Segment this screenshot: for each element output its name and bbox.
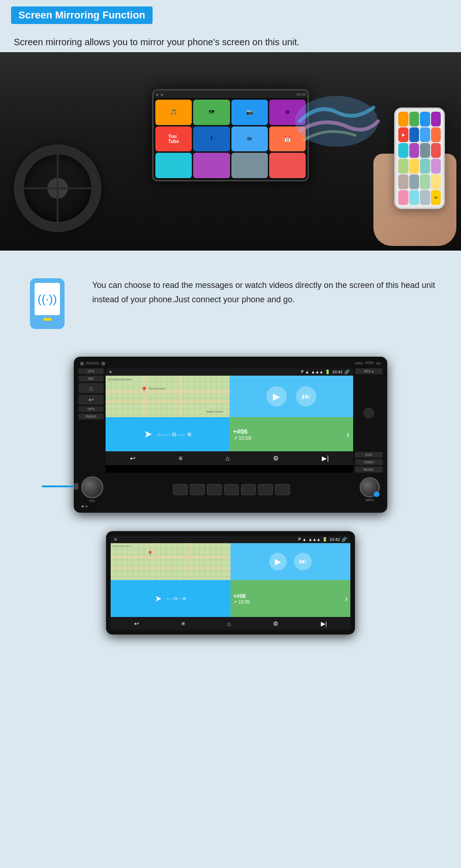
phone-app-13: [409, 159, 420, 174]
feature-text: You can choose to read the messages or w…: [92, 274, 447, 306]
steering-wheel-area: [14, 144, 101, 232]
link-icon: 🔗: [344, 370, 349, 374]
app-grid: 🎵 🗺 📷 ⚙ YouTube f ✉ 📅: [154, 98, 307, 180]
small-map-label-1: WuHing General Store: [112, 545, 131, 547]
phone-app-5: [409, 127, 420, 142]
status-right-icons: Ᵽ ▲ ▲▲▲ 🔋 10:42 🔗: [301, 370, 349, 374]
phone-app-7: [431, 127, 441, 142]
android-nav-bar-large: ↩ ≡ ⌂ ⚙ ▶|: [106, 451, 353, 465]
nav-direction-icon: ➤: [144, 428, 152, 440]
phone-app-11: [431, 143, 441, 158]
btn-radio[interactable]: RADIO: [78, 413, 104, 419]
btn-gps[interactable]: GPS: [78, 368, 104, 374]
btn-back[interactable]: ↩: [78, 395, 104, 405]
car-image-container: ▲ ▲ 10:42 🎵 🗺 📷 ⚙ YouTube f ✉ 📅: [0, 52, 461, 251]
phone-app-1: [398, 112, 408, 126]
btn-gps2[interactable]: GPS: [78, 406, 104, 412]
spoke-v: [57, 155, 59, 222]
top-gap: [365, 361, 374, 364]
small-nav-back[interactable]: ↩: [134, 620, 139, 627]
usb-plug: [74, 483, 78, 490]
nav-back-icon[interactable]: ↩: [130, 455, 136, 462]
small-nav-share[interactable]: ▶|: [321, 620, 327, 627]
phone-app-10: [420, 143, 430, 158]
small-wifi-icon: ▲: [302, 537, 307, 542]
android-screen-large: ≡ Ᵽ ▲ ▲▲▲ 🔋 10:42 🔗: [106, 368, 353, 473]
ctrl-btn-1[interactable]: [173, 484, 188, 495]
small-play-button[interactable]: ▶: [269, 553, 287, 570]
small-call-arrow: ›: [345, 594, 348, 604]
map-quadrant: 📍 Wu Hing General Store Farina Focaccia …: [106, 376, 230, 417]
top-btn-3: [101, 362, 105, 365]
description-text: Screen mirroring allows you to mirror yo…: [0, 29, 461, 52]
small-forward-button[interactable]: ⏭: [294, 553, 312, 570]
app-misc1-icon: [155, 153, 192, 178]
nav-home-icon[interactable]: ⌂: [226, 455, 230, 462]
phone-yahoo-icon: Y!: [431, 190, 441, 205]
small-nav-menu[interactable]: ≡: [181, 620, 185, 627]
small-nav-settings[interactable]: ⚙: [273, 620, 278, 627]
nav-menu-icon[interactable]: ≡: [179, 455, 183, 462]
btn-mic[interactable]: MIC: [78, 376, 104, 382]
small-map-quadrant: 📍 WuHing General Store: [111, 543, 230, 580]
status-menu-icon: ≡: [109, 370, 112, 374]
feature-section: ((·)) You can choose to read the message…: [0, 264, 461, 343]
btn-video[interactable]: VIDEO: [355, 459, 383, 465]
top-btn-2: [86, 362, 100, 365]
app-mail-icon: ✉: [231, 126, 268, 152]
sd-label: SD: [376, 361, 381, 365]
vol-label: VOL: [89, 499, 95, 503]
seek-knob[interactable]: [360, 477, 380, 497]
gps-label: GPS: [355, 361, 363, 365]
small-screen-quadrants: 📍 WuHing General Store ▶ ⏭ ➤ ⌂ -- ⊟ -- ⊞…: [111, 543, 350, 617]
app-music-icon: 🎵: [155, 100, 192, 125]
head-unit-large-body: GPS SD GPS MIC ⌂ ↩ GPS RADIO: [74, 357, 387, 513]
center-console-display: ▲ ▲ 10:42 🎵 🗺 📷 ⚙ YouTube f ✉ 📅: [152, 89, 309, 181]
bottom-controls-row: VOL SEEK: [78, 476, 383, 503]
seek-knob-area: SEEK: [360, 477, 380, 502]
small-road-h1: [111, 556, 230, 558]
btn-res[interactable]: RES ●: [355, 368, 383, 374]
phone-app-20: [398, 190, 408, 205]
android-nav-bar-small: ↩ ≡ ⌂ ⚙ ▶|: [111, 617, 350, 630]
app-youtube-icon: YouTube: [155, 126, 192, 152]
nav-settings-icon[interactable]: ⚙: [273, 455, 279, 462]
ctrl-btn-4[interactable]: [224, 484, 239, 495]
vol-knob[interactable]: [81, 476, 103, 498]
nav-quadrant: ➤ ⌂ ----- ⊟ ----- ⊞: [106, 417, 230, 451]
small-menu-icon: ≡: [114, 537, 117, 542]
phone-app-17: [409, 174, 420, 189]
right-top-knob[interactable]: [363, 407, 374, 419]
call-forward-icon: ›: [346, 429, 349, 440]
seek-label: SEEK: [366, 498, 374, 502]
phone-app-22: [420, 190, 430, 205]
ctrl-btn-6[interactable]: [258, 484, 273, 495]
btn-home[interactable]: ⌂: [78, 383, 104, 393]
console-screen: ▲ ▲ 10:42 🎵 🗺 📷 ⚙ YouTube f ✉ 📅: [154, 90, 307, 180]
btn-dvd[interactable]: DVD: [355, 452, 383, 458]
small-nav-home[interactable]: ⌂: [227, 620, 231, 627]
ctrl-btn-3[interactable]: [207, 484, 222, 495]
ctrl-btn-2[interactable]: [190, 484, 205, 495]
nav-share-icon[interactable]: ▶|: [322, 455, 329, 462]
usb-cable-line: [41, 485, 74, 487]
ctrl-btn-7[interactable]: [275, 484, 290, 495]
play-quadrant: ▶ ⏭: [230, 376, 354, 417]
phone-app-14: [420, 159, 430, 174]
dashboard-image: ▲ ▲ 10:42 🎵 🗺 📷 ⚙ YouTube f ✉ 📅: [0, 52, 461, 251]
small-bluetooth-icon: Ᵽ: [298, 537, 301, 542]
forward-button[interactable]: ⏭: [296, 386, 316, 407]
top-button-row: GPS SD: [78, 361, 383, 365]
small-road-v1: [153, 543, 154, 580]
play-button[interactable]: ▶: [266, 386, 287, 407]
phone-app-18: [420, 174, 430, 189]
phone-app-19: [431, 174, 441, 189]
screen-quadrants: 📍 Wu Hing General Store Farina Focaccia …: [106, 376, 353, 451]
android-screen-small: ≡ Ᵽ ▲ ▲▲▲ 🔋 10:42 🔗: [111, 536, 350, 630]
wifi-icon: ((·)): [38, 292, 57, 306]
small-status-right: Ᵽ ▲ ▲▲▲ 🔋 10:42 🔗: [298, 537, 347, 542]
small-nav-dest: ⌂ -- ⊟ -- ⊞: [166, 596, 186, 601]
ctrl-btn-5[interactable]: [241, 484, 256, 495]
phone-app-3: [420, 112, 430, 126]
btn-music[interactable]: MUSIC: [355, 467, 383, 473]
